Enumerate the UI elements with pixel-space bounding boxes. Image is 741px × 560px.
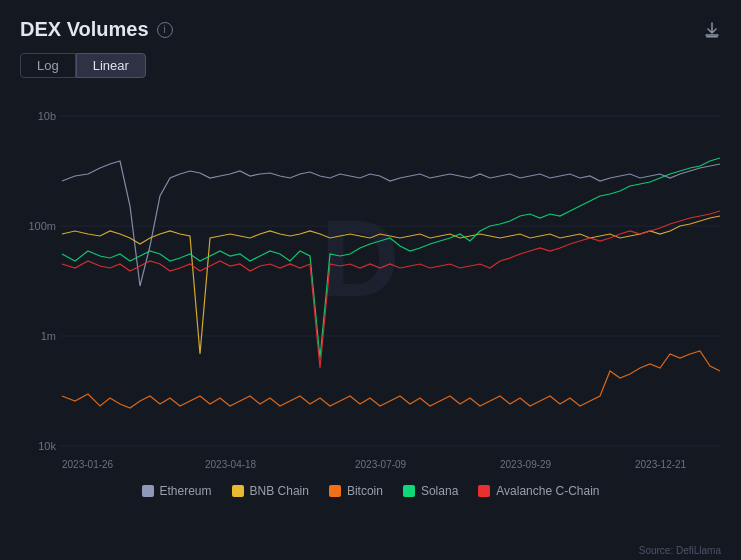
ethereum-label: Ethereum (160, 484, 212, 498)
legend-item-ethereum: Ethereum (142, 484, 212, 498)
svg-text:10b: 10b (38, 110, 56, 122)
info-icon[interactable]: i (157, 22, 173, 38)
header: DEX Volumes i (20, 18, 721, 41)
legend-item-bnbchain: BNB Chain (232, 484, 309, 498)
svg-text:2023-04-18: 2023-04-18 (205, 459, 257, 470)
svg-text:100m: 100m (28, 220, 56, 232)
avalanche-color (478, 485, 490, 497)
svg-text:2023-09-29: 2023-09-29 (500, 459, 552, 470)
bitcoin-color (329, 485, 341, 497)
bitcoin-label: Bitcoin (347, 484, 383, 498)
bnbchain-label: BNB Chain (250, 484, 309, 498)
bnbchain-color (232, 485, 244, 497)
solana-color (403, 485, 415, 497)
legend-item-solana: Solana (403, 484, 458, 498)
page-title: DEX Volumes (20, 18, 149, 41)
legend-item-bitcoin: Bitcoin (329, 484, 383, 498)
chart-area: 10b 100m 1m 10k 2023-01-26 2023-04-18 20… (20, 86, 721, 476)
svg-text:2023-01-26: 2023-01-26 (62, 459, 114, 470)
source-label: Source: DefiLlama (639, 545, 721, 556)
download-icon[interactable] (703, 21, 721, 39)
svg-text:2023-12-21: 2023-12-21 (635, 459, 687, 470)
linear-scale-button[interactable]: Linear (76, 53, 146, 78)
scale-buttons: Log Linear (20, 53, 721, 78)
solana-label: Solana (421, 484, 458, 498)
legend-item-avalanche: Avalanche C-Chain (478, 484, 599, 498)
main-container: DEX Volumes i Log Linear (0, 0, 741, 560)
title-row: DEX Volumes i (20, 18, 173, 41)
ethereum-color (142, 485, 154, 497)
svg-text:D: D (320, 196, 399, 319)
svg-text:2023-07-09: 2023-07-09 (355, 459, 407, 470)
svg-text:1m: 1m (41, 330, 56, 342)
avalanche-label: Avalanche C-Chain (496, 484, 599, 498)
legend: Ethereum BNB Chain Bitcoin Solana Avalan… (20, 484, 721, 498)
svg-text:10k: 10k (38, 440, 56, 452)
chart-svg: 10b 100m 1m 10k 2023-01-26 2023-04-18 20… (20, 86, 721, 476)
svg-rect-0 (706, 36, 718, 38)
log-scale-button[interactable]: Log (20, 53, 76, 78)
